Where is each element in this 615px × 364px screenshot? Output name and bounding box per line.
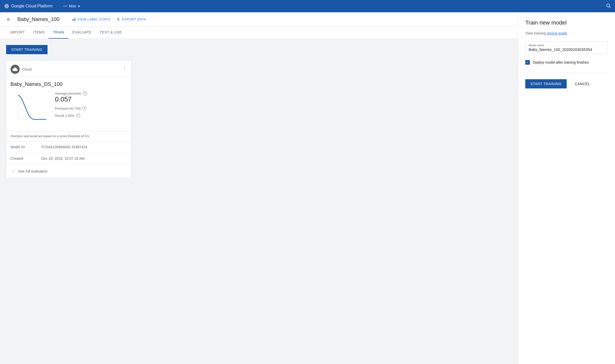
model-card: Cloud ⋮ Baby_Names_DS_100 <box>6 60 131 178</box>
avg-precision-help-icon[interactable]: ? <box>83 91 87 95</box>
precision-stat: Precision 65.73% ? <box>55 106 87 110</box>
meta-row-created: Created Dec 18, 2019, 10:57:16 AM <box>6 153 131 164</box>
dots-icon <box>63 4 67 8</box>
search-button[interactable] <box>606 3 611 9</box>
app-logo: Google Cloud Platform <box>4 4 53 9</box>
recall-help-icon[interactable]: ? <box>76 113 80 118</box>
model-id-label: Model ID <box>10 145 41 149</box>
tab-train[interactable]: TRAIN <box>49 26 68 39</box>
panel-cancel-button[interactable]: CANCEL <box>571 79 594 88</box>
content-area: START TRAINING Cloud ⋮ <box>0 39 518 364</box>
model-card-header: Cloud ⋮ <box>6 61 131 77</box>
model-name-field-label: Model name <box>529 44 605 47</box>
back-arrow-icon <box>6 17 11 22</box>
subheader-actions: VIEW LABEL STATS EXPORT DATA <box>72 17 146 21</box>
app-title: Google Cloud Platform <box>11 4 53 8</box>
deploy-label: Deploy model after training finishes <box>533 60 589 64</box>
svg-line-7 <box>609 7 611 8</box>
bar-chart-icon <box>72 17 76 21</box>
model-card-body: Baby_Names_DS_100 <box>6 77 131 131</box>
project-name: Misc <box>69 4 76 8</box>
precision-recall-chart <box>10 91 49 127</box>
tab-import[interactable]: IMPORT <box>6 26 29 39</box>
panel-start-training-button[interactable]: START TRAINING <box>525 79 567 88</box>
topbar: Google Cloud Platform Misc ▾ <box>0 0 615 12</box>
arrow-right-icon: → <box>10 168 15 174</box>
stats-right: Average precision ? 0.057 Precision 65.7… <box>55 91 87 127</box>
cloud-icon <box>10 65 20 74</box>
score-note: Precision and recall are based on a scor… <box>6 131 131 141</box>
dropdown-icon: ▾ <box>78 4 80 8</box>
see-full-evaluation-label: See full evaluation <box>18 169 47 173</box>
model-card-menu-button[interactable]: ⋮ <box>122 65 127 71</box>
model-meta: Model ID TCN44126964040 32487424 Created… <box>6 141 131 164</box>
model-display-name: Baby_Names_DS_100 <box>10 81 127 87</box>
recall-stat: Recall 2.06% ? <box>55 113 87 118</box>
created-value: Dec 18, 2019, 10:57:16 AM <box>41 156 85 161</box>
tabs-bar: IMPORT ITEMS TRAIN EVALUATE TEST & USE <box>0 27 518 39</box>
deploy-row: Deploy model after training finishes <box>525 60 608 65</box>
model-stats: Average precision ? 0.057 Precision 65.7… <box>10 91 127 127</box>
export-data-label: EXPORT DATA <box>122 17 146 21</box>
svg-point-6 <box>607 4 610 7</box>
panel-divider <box>525 73 608 73</box>
search-icon <box>606 3 611 8</box>
back-button[interactable] <box>6 17 11 22</box>
panel-actions: START TRAINING CANCEL <box>525 79 608 88</box>
view-label-stats-label: VIEW LABEL STATS <box>77 17 110 21</box>
right-panel: Train new model View training pricing gu… <box>518 12 615 364</box>
avg-precision-label: Average precision ? <box>55 91 87 95</box>
svg-point-5 <box>66 6 67 7</box>
model-name-field: Model name Baby_Names_100_20200203035354 <box>525 41 608 54</box>
tab-items[interactable]: ITEMS <box>29 26 49 39</box>
model-card-header-left: Cloud <box>10 65 32 74</box>
svg-point-4 <box>65 6 65 7</box>
precision-help-icon[interactable]: ? <box>82 106 86 110</box>
svg-point-3 <box>63 6 64 7</box>
view-label-stats-button[interactable]: VIEW LABEL STATS <box>72 17 110 21</box>
svg-rect-10 <box>75 18 75 21</box>
gcp-logo-icon <box>4 4 9 9</box>
export-icon <box>116 17 120 21</box>
avg-precision-value: 0.057 <box>55 95 87 103</box>
left-content: Baby_Names_100 VIEW LABEL STATS EXPORT D… <box>0 12 518 364</box>
model-id-value: TCN44126964040 32487424 <box>41 145 87 149</box>
main-layout: Baby_Names_100 VIEW LABEL STATS EXPORT D… <box>0 12 615 364</box>
cloud-svg-icon <box>13 67 18 71</box>
tab-evaluate[interactable]: EVALUATE <box>68 26 96 39</box>
svg-rect-9 <box>73 19 74 21</box>
model-name-field-value[interactable]: Baby_Names_100_20200203035354 <box>529 47 605 52</box>
cloud-label: Cloud <box>22 67 32 71</box>
tab-test-use[interactable]: TEST & USE <box>96 26 126 39</box>
page-title: Baby_Names_100 <box>17 16 60 22</box>
right-panel-title: Train new model <box>525 19 608 26</box>
pricing-guide-link[interactable]: pricing guide <box>547 31 567 35</box>
meta-row-model-id: Model ID TCN44126964040 32487424 <box>6 141 131 153</box>
created-label: Created <box>10 156 41 161</box>
deploy-checkbox[interactable] <box>525 60 530 65</box>
start-training-button[interactable]: START TRAINING <box>6 45 48 54</box>
pricing-note: View training pricing guide <box>525 31 608 35</box>
export-data-button[interactable]: EXPORT DATA <box>116 17 146 21</box>
svg-rect-8 <box>72 19 73 21</box>
project-selector[interactable]: Misc ▾ <box>63 4 80 8</box>
see-full-evaluation-link[interactable]: → See full evaluation <box>6 164 131 178</box>
avg-precision-section: Average precision ? 0.057 <box>55 91 87 103</box>
svg-point-2 <box>6 6 7 7</box>
subheader: Baby_Names_100 VIEW LABEL STATS EXPORT D… <box>0 12 518 27</box>
